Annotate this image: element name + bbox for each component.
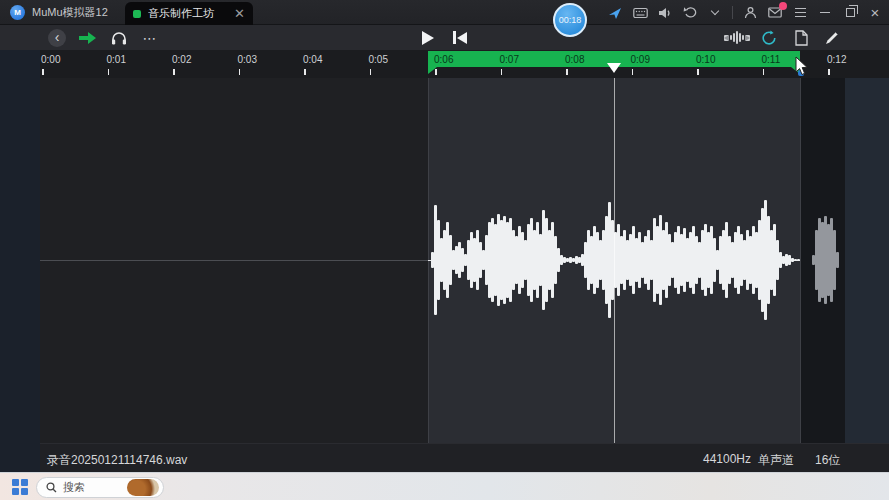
ruler-label: 0:08 bbox=[565, 54, 584, 65]
screen: M MuMu模拟器12 音乐制作工坊 ✕ bbox=[0, 0, 889, 500]
window-title: MuMu模拟器12 bbox=[32, 5, 108, 20]
channel-mode: 单声道 bbox=[758, 452, 794, 469]
timer-overlay[interactable]: 00:18 bbox=[553, 3, 587, 37]
ruler-label: 0:11 bbox=[762, 54, 781, 65]
restore-icon[interactable] bbox=[842, 5, 858, 21]
zero-amplitude-line bbox=[40, 260, 428, 261]
menu-icon[interactable] bbox=[792, 5, 808, 21]
playhead-line[interactable] bbox=[614, 78, 615, 443]
mumu-logo-icon: M bbox=[10, 5, 25, 20]
boost-icon[interactable] bbox=[607, 5, 623, 21]
ruler-tick bbox=[370, 69, 372, 75]
undo-icon[interactable] bbox=[682, 5, 698, 21]
selection-start-handle[interactable] bbox=[428, 67, 437, 74]
playhead-marker[interactable] bbox=[607, 63, 621, 73]
mail-notification-badge bbox=[779, 2, 787, 10]
ruler-label: 0:06 bbox=[434, 54, 453, 65]
status-bar: 录音20250121114746.wav 44100Hz 单声道 16位 bbox=[40, 443, 889, 472]
titlebar-divider bbox=[732, 6, 733, 19]
search-input[interactable]: 搜索 bbox=[36, 477, 164, 498]
play-icon[interactable] bbox=[421, 25, 435, 50]
bit-depth: 16位 bbox=[815, 452, 840, 469]
forward-arrow-icon[interactable] bbox=[78, 25, 98, 50]
ruler-label: 0:00 bbox=[41, 54, 60, 65]
tab-app-icon bbox=[133, 10, 141, 18]
keyboard-icon[interactable] bbox=[632, 5, 648, 21]
ruler-tick bbox=[566, 69, 568, 75]
search-icon bbox=[46, 482, 57, 493]
ruler-tick bbox=[501, 69, 503, 75]
start-icon[interactable] bbox=[12, 479, 28, 495]
back-button[interactable]: ‹ bbox=[48, 29, 66, 47]
ruler-tick bbox=[42, 69, 44, 75]
pencil-icon[interactable] bbox=[823, 25, 841, 50]
volume-icon[interactable] bbox=[657, 5, 673, 21]
app-toolbar: ‹ ⋯ bbox=[0, 25, 889, 50]
skip-to-start-icon[interactable] bbox=[451, 25, 469, 50]
mouse-cursor bbox=[795, 56, 809, 80]
audio-filename: 录音20250121114746.wav bbox=[47, 452, 187, 469]
ruler-tick bbox=[173, 69, 175, 75]
minimize-icon[interactable] bbox=[817, 5, 833, 21]
ruler-label: 0:07 bbox=[500, 54, 519, 65]
tab-close-icon[interactable]: ✕ bbox=[234, 7, 245, 20]
left-side-panel bbox=[0, 50, 40, 472]
waveform-trailing[interactable] bbox=[812, 78, 848, 443]
ruler-label: 0:02 bbox=[172, 54, 191, 65]
close-icon[interactable]: × bbox=[867, 5, 883, 21]
search-highlight-image[interactable] bbox=[127, 479, 159, 496]
ruler-label: 0:01 bbox=[107, 54, 126, 65]
ruler-tick bbox=[828, 69, 830, 75]
selection-right-edge bbox=[800, 78, 801, 443]
ruler-tick bbox=[632, 69, 634, 75]
window-titlebar: M MuMu模拟器12 音乐制作工坊 ✕ bbox=[0, 0, 889, 25]
waveform-settings-icon[interactable] bbox=[724, 25, 750, 50]
sample-rate: 44100Hz bbox=[703, 452, 751, 466]
ruler-tick bbox=[304, 69, 306, 75]
track-area[interactable] bbox=[40, 78, 889, 443]
new-file-icon[interactable] bbox=[793, 25, 809, 50]
ruler-tick bbox=[239, 69, 241, 75]
waveform-bar bbox=[797, 259, 800, 261]
ruler-tick bbox=[697, 69, 699, 75]
waveform-bar bbox=[836, 252, 839, 268]
track-end-background bbox=[845, 78, 889, 443]
search-placeholder: 搜索 bbox=[63, 480, 121, 495]
ruler-label: 0:03 bbox=[238, 54, 257, 65]
more-icon[interactable]: ⋯ bbox=[140, 25, 160, 50]
ruler-tick bbox=[108, 69, 110, 75]
timeline-ruler[interactable]: 0:000:010:020:030:040:050:060:070:080:09… bbox=[40, 50, 889, 78]
windows-taskbar: 搜索 M 上证指数 +0.17% bbox=[0, 472, 889, 500]
ruler-label: 0:04 bbox=[303, 54, 322, 65]
tab-music-workshop[interactable]: 音乐制作工坊 ✕ bbox=[125, 2, 253, 25]
ruler-label: 0:12 bbox=[827, 54, 846, 65]
loop-icon[interactable] bbox=[760, 25, 778, 50]
ruler-tick bbox=[763, 69, 765, 75]
ruler-label: 0:05 bbox=[369, 54, 388, 65]
tab-title: 音乐制作工坊 bbox=[148, 6, 227, 21]
headphones-icon[interactable] bbox=[110, 25, 128, 50]
ruler-label: 0:10 bbox=[696, 54, 715, 65]
ruler-label: 0:09 bbox=[631, 54, 650, 65]
chevron-down-icon[interactable] bbox=[707, 5, 723, 21]
user-icon[interactable] bbox=[742, 5, 758, 21]
mail-icon[interactable] bbox=[767, 5, 783, 21]
